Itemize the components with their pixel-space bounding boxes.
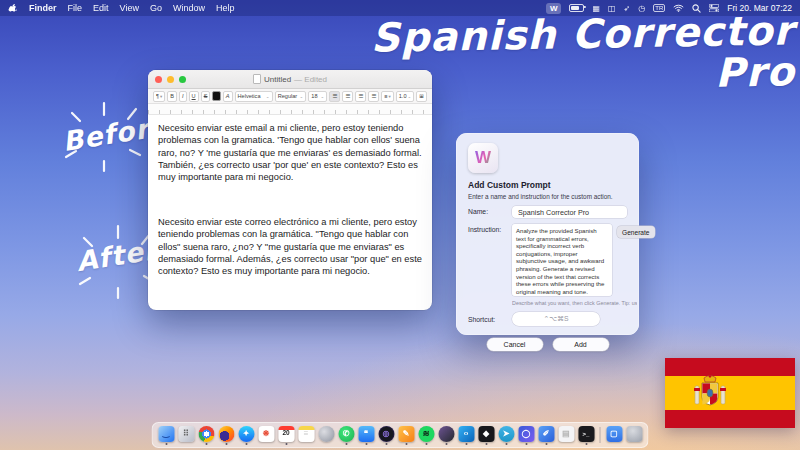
running-indicator <box>345 443 347 445</box>
draw-app-dock-icon[interactable]: ✐ <box>538 426 554 442</box>
menu-item-view[interactable]: View <box>120 3 139 13</box>
shortcut-row: Shortcut: <box>468 312 627 326</box>
paragraph-after[interactable]: Necesito enviar este correo electrónico … <box>158 216 422 278</box>
telegram-dock-icon[interactable]: ➤ <box>498 426 514 442</box>
dock: ‿⠿✦❋20≡✆❝◎✎≋‹›◆➤◯✐▤>_▢ <box>152 422 649 448</box>
menu-item-window[interactable]: Window <box>173 3 205 13</box>
highlight-color-button[interactable]: A <box>223 91 233 102</box>
running-indicator <box>385 443 387 445</box>
dialog-title: Add Custom Prompt <box>468 180 627 190</box>
launchpad-dock-icon[interactable]: ⠿ <box>178 426 194 442</box>
menu-item-go[interactable]: Go <box>150 3 162 13</box>
window-title-text: Untitled <box>264 75 291 84</box>
spotify-dock-icon[interactable]: ≋ <box>418 426 434 442</box>
document-icon <box>253 74 261 84</box>
calendar-dock-icon[interactable]: 20 <box>278 426 294 442</box>
dock-item-vscode: ‹› <box>458 426 475 445</box>
list-style-dropdown[interactable]: ≡▾ <box>381 91 394 102</box>
instruction-helper-text: Describe what you want, then click Gener… <box>512 300 637 306</box>
firefox-dock-icon[interactable] <box>218 426 234 442</box>
menu-item-finder[interactable]: Finder <box>29 3 57 13</box>
dock-item-circle-app: ◯ <box>518 426 535 445</box>
dialog-subtitle: Enter a name and instruction for the cus… <box>468 193 627 200</box>
font-family-dropdown[interactable]: Helvetica⌄ <box>235 91 273 102</box>
align-center-button[interactable]: ☰ <box>342 91 353 102</box>
messages-dock-icon[interactable]: ❝ <box>358 426 374 442</box>
instruction-label: Instruction: <box>468 224 512 233</box>
line-spacing-dropdown[interactable]: 1.0⌄ <box>396 91 415 102</box>
notes-dock-icon[interactable]: ≡ <box>298 426 314 442</box>
dock-item-terminal: >_ <box>578 426 595 445</box>
desktop: Finder File Edit View Go Window Help W ▦… <box>0 0 800 450</box>
textedit-titlebar[interactable]: Untitled — Edited <box>148 70 432 89</box>
spain-flag <box>665 358 795 428</box>
textedit-format-bar: ¶▾ B I U S A Helvetica⌄ Regular⌄ 18⌄ ☰ ☰… <box>148 89 432 104</box>
instruction-textarea[interactable]: Analyze the provided Spanish text for gr… <box>512 224 612 296</box>
safari-dock-icon[interactable]: ✦ <box>238 426 254 442</box>
running-indicator <box>505 443 507 445</box>
menu-item-edit[interactable]: Edit <box>93 3 109 13</box>
align-left-button[interactable]: ☰ <box>329 91 340 102</box>
bold-button[interactable]: B <box>167 91 177 102</box>
shortcut-input[interactable] <box>512 312 600 326</box>
circle-app-dock-icon[interactable]: ◯ <box>518 426 534 442</box>
grid-app-dock-icon[interactable]: ▤ <box>558 426 574 442</box>
font-style-dropdown[interactable]: Regular⌄ <box>275 91 307 102</box>
menu-bar-left: Finder File Edit View Go Window Help <box>8 3 234 14</box>
apple-icon[interactable] <box>8 3 18 14</box>
cancel-button[interactable]: Cancel <box>487 338 543 351</box>
generate-button[interactable]: Generate <box>617 226 655 238</box>
font-size-dropdown[interactable]: 18⌄ <box>308 91 327 102</box>
dock-item-calendar: 20 <box>278 426 295 445</box>
edited-badge: — Edited <box>294 75 327 84</box>
dark-app-dock-icon[interactable]: ◆ <box>478 426 494 442</box>
dock-item-firefox <box>218 426 235 445</box>
dock-item-grid-app: ▤ <box>558 426 575 445</box>
paragraph-style-dropdown[interactable]: ¶▾ <box>153 91 165 102</box>
menu-item-file[interactable]: File <box>68 3 83 13</box>
align-right-button[interactable]: ☰ <box>368 91 379 102</box>
name-input[interactable] <box>512 206 627 218</box>
dock-separator <box>600 427 601 443</box>
italic-button[interactable]: I <box>179 91 187 102</box>
running-indicator <box>585 443 587 445</box>
whatsapp-dock-icon[interactable]: ✆ <box>338 426 354 442</box>
dock-item-launchpad: ⠿ <box>178 426 195 445</box>
chrome-dock-icon[interactable] <box>198 426 214 442</box>
running-indicator <box>245 443 247 445</box>
dock-item-chrome <box>198 426 215 445</box>
dock-item-messages: ❝ <box>358 426 375 445</box>
terminal-dock-icon[interactable]: >_ <box>578 426 594 442</box>
running-indicator <box>285 443 287 445</box>
add-button[interactable]: Add <box>553 338 609 351</box>
window-title: Untitled — Edited <box>148 74 432 84</box>
files-dock-icon[interactable]: ▢ <box>606 426 622 442</box>
shortcut-label: Shortcut: <box>468 316 512 323</box>
dock-item-dark-app: ◆ <box>478 426 495 445</box>
photos-dock-icon[interactable]: ❋ <box>258 426 274 442</box>
align-justify-button[interactable]: ☰ <box>355 91 366 102</box>
text-color-well[interactable] <box>212 91 220 101</box>
strikethrough-button[interactable]: S <box>201 91 211 102</box>
vscode-dock-icon[interactable]: ‹› <box>458 426 474 442</box>
game-center-dock-icon[interactable] <box>318 426 334 442</box>
dock-item-purple-app: ◎ <box>378 426 395 445</box>
underline-button[interactable]: U <box>189 91 199 102</box>
dock-item-photos: ❋ <box>258 426 275 445</box>
dock-item-draw-app: ✐ <box>538 426 555 445</box>
instruction-row: Instruction: Analyze the provided Spanis… <box>468 224 627 296</box>
trash-dock-icon[interactable] <box>626 426 642 442</box>
menu-item-help[interactable]: Help <box>216 3 235 13</box>
paragraph-before[interactable]: Necesito enviar este email a mi cliente,… <box>158 122 422 184</box>
insert-table-button[interactable]: ⊞ <box>416 91 427 102</box>
ruler[interactable] <box>148 104 432 115</box>
pencil-editor-dock-icon[interactable]: ✎ <box>398 426 414 442</box>
github-dock-icon[interactable] <box>438 426 454 442</box>
purple-app-dock-icon[interactable]: ◎ <box>378 426 394 442</box>
textedit-content[interactable]: Necesito enviar este email a mi cliente,… <box>148 115 432 285</box>
running-indicator <box>425 443 427 445</box>
dock-item-safari: ✦ <box>238 426 255 445</box>
running-indicator <box>165 443 167 445</box>
finder-dock-icon[interactable]: ‿ <box>158 426 174 442</box>
running-indicator <box>365 443 367 445</box>
